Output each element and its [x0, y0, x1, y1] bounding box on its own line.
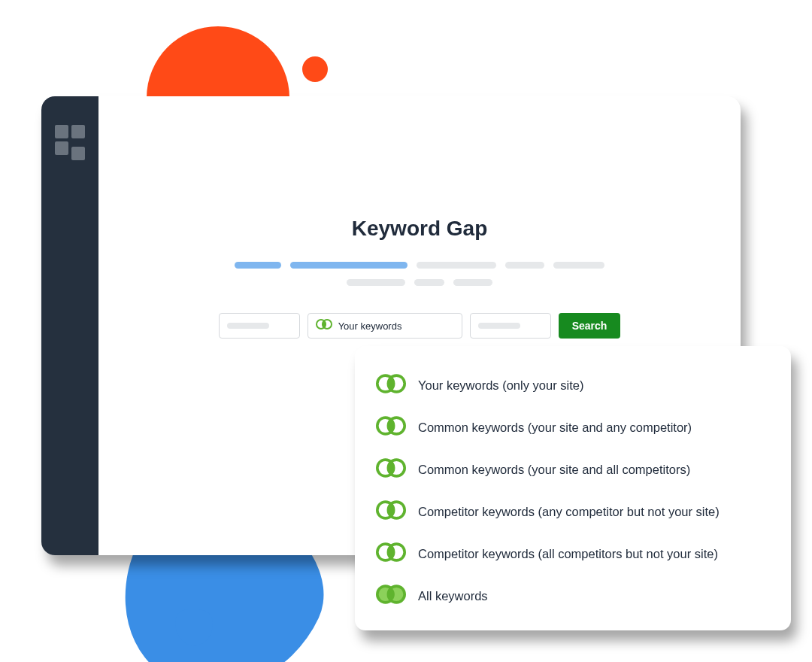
filter-option-competitor-all[interactable]: Competitor keywords (all competitors but… [376, 533, 770, 575]
filter-option-competitor-any[interactable]: Competitor keywords (any competitor but … [376, 490, 770, 533]
placeholder-bar [227, 323, 269, 329]
option-label: Common keywords (your site and any compe… [418, 421, 692, 435]
location-input[interactable] [470, 313, 551, 339]
venn-icon [376, 499, 406, 524]
option-label: Your keywords (only your site) [418, 378, 583, 393]
venn-icon [316, 318, 332, 333]
placeholder-row [98, 262, 741, 269]
filter-option-common-any[interactable]: Common keywords (your site and any compe… [376, 406, 770, 448]
placeholder-pill [505, 262, 544, 269]
filter-label: Your keywords [338, 320, 402, 332]
placeholder-pill [417, 262, 496, 269]
filter-dropdown[interactable]: Your keywords [308, 313, 462, 339]
venn-icon [376, 415, 406, 440]
venn-icon [376, 541, 406, 566]
search-button[interactable]: Search [559, 313, 621, 339]
venn-icon [376, 583, 406, 609]
option-label: All keywords [418, 589, 488, 603]
filter-option-common-all[interactable]: Common keywords (your site and all compe… [376, 448, 770, 490]
filter-option-all-keywords[interactable]: All keywords [376, 575, 770, 617]
placeholder-pill [414, 279, 444, 286]
placeholder-pill [553, 262, 604, 269]
venn-icon [376, 457, 406, 482]
search-row: Your keywords Search [98, 313, 741, 339]
option-label: Common keywords (your site and all compe… [418, 463, 690, 477]
placeholder-pill [235, 262, 281, 269]
filter-options-popover: Your keywords (only your site) Common ke… [355, 346, 791, 630]
placeholder-pill [290, 262, 408, 269]
venn-icon [376, 372, 406, 398]
decorative-circle [302, 56, 328, 82]
option-label: Competitor keywords (any competitor but … [418, 505, 720, 519]
dashboard-icon[interactable] [55, 125, 85, 155]
placeholder-bar [478, 323, 520, 329]
placeholder-pill [453, 279, 492, 286]
sidebar [41, 96, 98, 555]
option-label: Competitor keywords (all competitors but… [418, 547, 718, 561]
domain-input[interactable] [219, 313, 300, 339]
filter-option-your-keywords[interactable]: Your keywords (only your site) [376, 364, 770, 406]
placeholder-pill [347, 279, 405, 286]
page-title: Keyword Gap [98, 217, 741, 241]
placeholder-row [98, 279, 741, 286]
